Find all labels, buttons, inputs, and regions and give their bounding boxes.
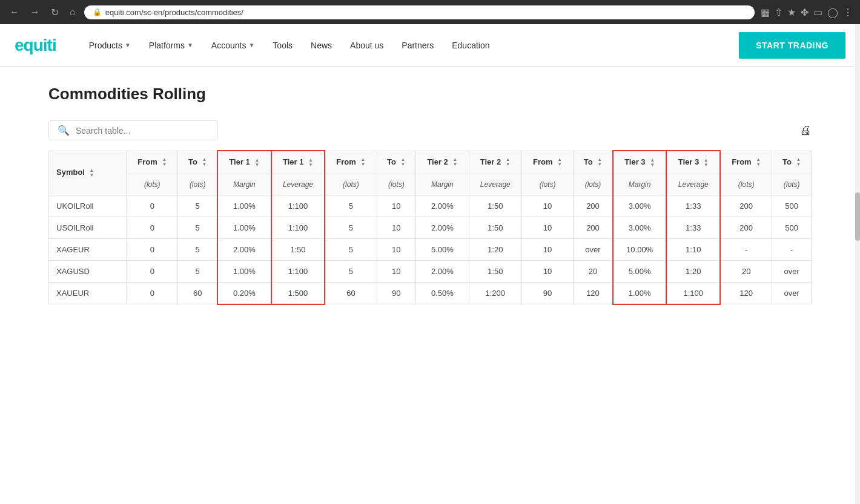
logo[interactable]: equiti (15, 36, 56, 55)
nav-partners[interactable]: Partners (393, 36, 442, 55)
th-symbol[interactable]: Symbol ▲▼ (49, 151, 127, 195)
td-cell: 1.00% (217, 195, 271, 217)
fullscreen-icon[interactable]: ▭ (813, 7, 822, 18)
menu-icon[interactable]: ⋮ (843, 7, 853, 18)
th-sub-tier2-leverage: Leverage (469, 174, 521, 195)
td-cell: 60 (325, 282, 377, 304)
td-symbol: XAGUSD (49, 260, 127, 282)
start-trading-button[interactable]: START TRADING (739, 32, 845, 59)
td-cell: 1:200 (469, 282, 521, 304)
bookmark-icon[interactable]: ★ (787, 7, 796, 18)
scrollbar-thumb[interactable] (855, 192, 860, 241)
back-button[interactable]: ← (7, 5, 22, 19)
th-to-t4[interactable]: To ▲▼ (772, 151, 812, 174)
td-cell: 5 (325, 195, 377, 217)
th-tier1-leverage[interactable]: Tier 1 ▲▼ (271, 151, 325, 174)
th-sub-to-t2: (lots) (377, 174, 416, 195)
to-t2-sort-icon: ▲▼ (401, 157, 406, 167)
from-t3-sort-icon: ▲▼ (557, 157, 562, 167)
td-cell: 1:100 (271, 195, 325, 217)
search-box[interactable]: 🔍 (48, 120, 218, 140)
td-cell: - (720, 238, 772, 260)
home-button[interactable]: ⌂ (67, 5, 78, 19)
td-cell: 5 (178, 195, 217, 217)
th-sub-to-t3: (lots) (574, 174, 613, 195)
td-cell: 1:50 (469, 260, 521, 282)
accounts-dropdown-icon: ▼ (248, 42, 254, 48)
th-tier1-margin[interactable]: Tier 1 ▲▼ (217, 151, 271, 174)
td-cell: 120 (574, 282, 613, 304)
th-tier2-margin[interactable]: Tier 2 ▲▼ (416, 151, 469, 174)
nav-about-us[interactable]: About us (342, 36, 392, 55)
share-icon[interactable]: ⇧ (775, 7, 782, 18)
td-cell: 1:100 (666, 282, 720, 304)
td-cell: 5 (325, 260, 377, 282)
th-tier3-margin[interactable]: Tier 3 ▲▼ (613, 151, 667, 174)
tier1-leverage-sort-icon: ▲▼ (308, 158, 313, 168)
td-cell: 1.00% (217, 260, 271, 282)
tier3-margin-sort-icon: ▲▼ (650, 158, 655, 168)
tier2-margin-sort-icon: ▲▼ (452, 157, 457, 167)
nav-accounts[interactable]: Accounts ▼ (203, 36, 263, 55)
scrollbar-track (855, 24, 860, 329)
extension-icon[interactable]: ✥ (801, 7, 809, 18)
th-to-t1[interactable]: To ▲▼ (178, 151, 217, 174)
th-from-t4[interactable]: From ▲▼ (720, 151, 772, 174)
td-cell: 200 (574, 195, 613, 217)
td-cell: 1:20 (469, 238, 521, 260)
print-icon[interactable]: 🖨 (799, 123, 812, 137)
td-cell: 10 (521, 238, 573, 260)
products-dropdown-icon: ▼ (125, 42, 131, 48)
td-cell: 1:50 (469, 217, 521, 238)
th-sub-tier2-margin: Margin (416, 174, 469, 195)
td-cell: 1.00% (613, 282, 667, 304)
td-cell: 1:100 (271, 260, 325, 282)
nav-platforms[interactable]: Platforms ▼ (141, 36, 202, 55)
from-t4-sort-icon: ▲▼ (756, 157, 761, 167)
url-bar[interactable]: 🔒 equiti.com/sc-en/products/commodities/ (84, 5, 755, 19)
td-cell: 120 (720, 282, 772, 304)
td-cell: 20 (720, 260, 772, 282)
profile-icon[interactable]: ◯ (827, 7, 838, 18)
th-to-t2[interactable]: To ▲▼ (377, 151, 416, 174)
td-cell: 0.50% (416, 282, 469, 304)
td-cell: 60 (178, 282, 217, 304)
td-cell: 0.20% (217, 282, 271, 304)
th-to-t3[interactable]: To ▲▼ (574, 151, 613, 174)
td-cell: 1:50 (271, 238, 325, 260)
td-cell: 0 (127, 195, 178, 217)
main-content: Commodities Rolling 🔍 🖨 Symbol ▲▼ From ▲… (0, 67, 860, 329)
td-cell: 90 (521, 282, 573, 304)
search-input[interactable] (76, 126, 197, 136)
th-sub-from-t4: (lots) (720, 174, 772, 195)
td-cell: 2.00% (416, 195, 469, 217)
td-cell: 10 (377, 238, 416, 260)
td-cell: - (772, 238, 812, 260)
cast-icon[interactable]: ▦ (761, 7, 770, 18)
nav-products[interactable]: Products ▼ (81, 36, 139, 55)
table-header-row: Symbol ▲▼ From ▲▼ To ▲▼ Tier 1 ▲▼ Tier 1… (49, 151, 812, 174)
th-from-t2[interactable]: From ▲▼ (325, 151, 377, 174)
from-t2-sort-icon: ▲▼ (360, 157, 365, 167)
forward-button[interactable]: → (28, 5, 42, 19)
nav-education[interactable]: Education (443, 36, 498, 55)
td-cell: 10 (521, 195, 573, 217)
th-from-t1[interactable]: From ▲▼ (127, 151, 178, 174)
nav-tools[interactable]: Tools (264, 36, 301, 55)
th-tier2-leverage[interactable]: Tier 2 ▲▼ (469, 151, 521, 174)
url-text: equiti.com/sc-en/products/commodities/ (105, 8, 243, 17)
reload-button[interactable]: ↻ (48, 5, 61, 19)
td-cell: over (772, 260, 812, 282)
search-row: 🔍 🖨 (48, 120, 812, 140)
th-from-t3[interactable]: From ▲▼ (521, 151, 573, 174)
browser-bar: ← → ↻ ⌂ 🔒 equiti.com/sc-en/products/comm… (0, 0, 860, 24)
td-symbol: XAGEUR (49, 238, 127, 260)
table-row: XAGEUR052.00%1:505105.00%1:2010over10.00… (49, 238, 812, 260)
th-tier3-leverage[interactable]: Tier 3 ▲▼ (666, 151, 720, 174)
nav-news[interactable]: News (302, 36, 340, 55)
td-cell: 2.00% (416, 217, 469, 238)
tier1-margin-sort-icon: ▲▼ (254, 158, 259, 168)
td-cell: 3.00% (613, 217, 667, 238)
th-sub-from-t2: (lots) (325, 174, 377, 195)
td-cell: 500 (772, 217, 812, 238)
